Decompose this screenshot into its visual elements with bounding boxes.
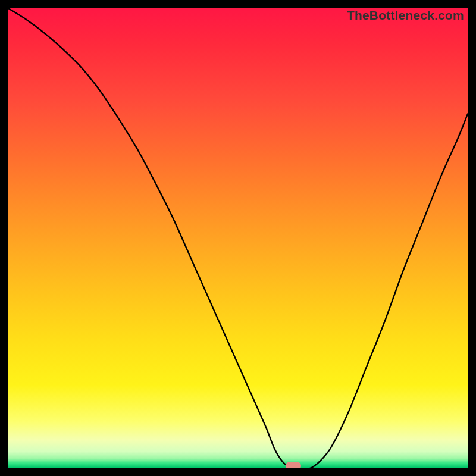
watermark-text: TheBottleneck.com	[347, 8, 464, 23]
optimal-marker	[286, 462, 301, 468]
chart-frame: TheBottleneck.com	[0, 0, 476, 476]
bottleneck-curve	[8, 8, 468, 468]
plot-area: TheBottleneck.com	[8, 8, 468, 468]
